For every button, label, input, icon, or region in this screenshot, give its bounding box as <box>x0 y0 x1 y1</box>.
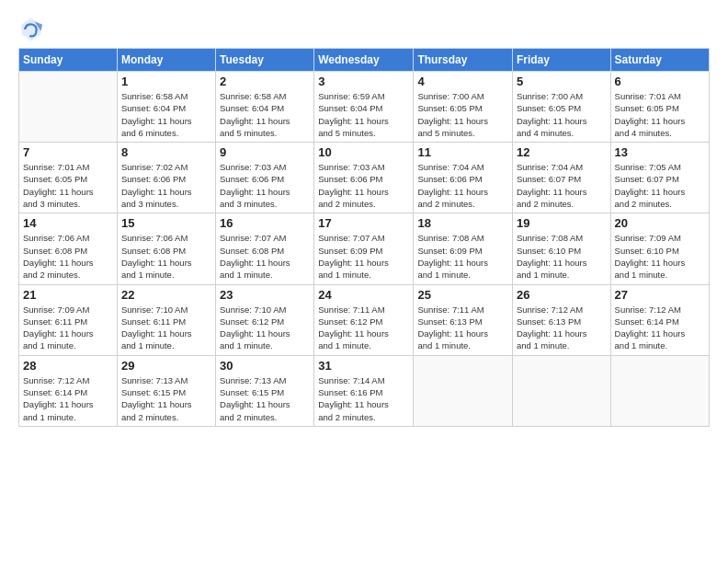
day-number: 18 <box>417 216 508 230</box>
calendar-table: SundayMondayTuesdayWednesdayThursdayFrid… <box>18 48 710 427</box>
calendar-body: 1Sunrise: 6:58 AM Sunset: 6:04 PM Daylig… <box>19 72 710 427</box>
day-info: Sunrise: 7:08 AM Sunset: 6:09 PM Dayligh… <box>417 232 508 281</box>
calendar-cell: 13Sunrise: 7:05 AM Sunset: 6:07 PM Dayli… <box>610 143 709 213</box>
day-info: Sunrise: 7:07 AM Sunset: 6:09 PM Dayligh… <box>318 232 409 281</box>
calendar-cell: 11Sunrise: 7:04 AM Sunset: 6:06 PM Dayli… <box>414 143 513 213</box>
calendar-cell: 24Sunrise: 7:11 AM Sunset: 6:12 PM Dayli… <box>314 284 414 355</box>
day-header-wednesday: Wednesday <box>314 49 414 72</box>
day-info: Sunrise: 7:07 AM Sunset: 6:08 PM Dayligh… <box>220 232 310 281</box>
calendar-cell: 19Sunrise: 7:08 AM Sunset: 6:10 PM Dayli… <box>512 213 610 284</box>
day-number: 1 <box>121 75 211 88</box>
day-info: Sunrise: 7:11 AM Sunset: 6:13 PM Dayligh… <box>417 304 508 352</box>
day-number: 19 <box>517 216 607 230</box>
calendar-cell: 27Sunrise: 7:12 AM Sunset: 6:14 PM Dayli… <box>610 284 709 355</box>
day-header-sunday: Sunday <box>19 49 118 72</box>
day-info: Sunrise: 6:58 AM Sunset: 6:04 PM Dayligh… <box>220 90 310 139</box>
day-header-monday: Monday <box>117 49 215 72</box>
calendar-cell: 1Sunrise: 6:58 AM Sunset: 6:04 PM Daylig… <box>117 72 215 143</box>
week-row-5: 28Sunrise: 7:12 AM Sunset: 6:14 PM Dayli… <box>19 355 710 426</box>
day-info: Sunrise: 6:59 AM Sunset: 6:04 PM Dayligh… <box>318 90 409 139</box>
day-info: Sunrise: 7:06 AM Sunset: 6:08 PM Dayligh… <box>121 232 211 281</box>
week-row-4: 21Sunrise: 7:09 AM Sunset: 6:11 PM Dayli… <box>19 284 710 355</box>
day-number: 2 <box>220 75 310 88</box>
calendar-cell: 14Sunrise: 7:06 AM Sunset: 6:08 PM Dayli… <box>19 213 118 284</box>
day-number: 5 <box>517 75 607 88</box>
day-number: 20 <box>615 216 705 230</box>
week-row-3: 14Sunrise: 7:06 AM Sunset: 6:08 PM Dayli… <box>19 213 710 284</box>
svg-marker-0 <box>22 18 41 41</box>
calendar-cell <box>610 355 709 426</box>
calendar-cell: 4Sunrise: 7:00 AM Sunset: 6:05 PM Daylig… <box>414 72 513 143</box>
day-info: Sunrise: 7:00 AM Sunset: 6:05 PM Dayligh… <box>417 90 508 139</box>
page: SundayMondayTuesdayWednesdayThursdayFrid… <box>0 0 728 563</box>
calendar-header: SundayMondayTuesdayWednesdayThursdayFrid… <box>19 49 710 72</box>
calendar-cell <box>512 355 610 426</box>
calendar-cell: 12Sunrise: 7:04 AM Sunset: 6:07 PM Dayli… <box>512 143 610 213</box>
calendar-cell <box>414 355 513 426</box>
calendar-cell: 29Sunrise: 7:13 AM Sunset: 6:15 PM Dayli… <box>117 355 215 426</box>
day-info: Sunrise: 6:58 AM Sunset: 6:04 PM Dayligh… <box>121 90 211 139</box>
calendar-cell: 18Sunrise: 7:08 AM Sunset: 6:09 PM Dayli… <box>414 213 513 284</box>
day-info: Sunrise: 7:06 AM Sunset: 6:08 PM Dayligh… <box>23 232 113 281</box>
day-number: 10 <box>318 145 409 159</box>
day-info: Sunrise: 7:12 AM Sunset: 6:14 PM Dayligh… <box>23 374 113 423</box>
day-number: 7 <box>23 145 113 159</box>
day-info: Sunrise: 7:03 AM Sunset: 6:06 PM Dayligh… <box>220 161 310 210</box>
calendar-cell: 7Sunrise: 7:01 AM Sunset: 6:05 PM Daylig… <box>19 143 118 213</box>
day-number: 16 <box>220 216 310 230</box>
days-of-week-row: SundayMondayTuesdayWednesdayThursdayFrid… <box>19 49 710 72</box>
logo <box>18 17 48 42</box>
day-info: Sunrise: 7:04 AM Sunset: 6:06 PM Dayligh… <box>417 161 508 210</box>
day-number: 3 <box>318 75 409 88</box>
day-number: 6 <box>615 75 705 88</box>
calendar-cell: 2Sunrise: 6:58 AM Sunset: 6:04 PM Daylig… <box>216 72 314 143</box>
day-info: Sunrise: 7:12 AM Sunset: 6:14 PM Dayligh… <box>615 304 705 352</box>
day-number: 8 <box>121 145 211 159</box>
day-number: 30 <box>220 359 310 373</box>
day-header-saturday: Saturday <box>610 49 709 72</box>
day-number: 14 <box>23 216 113 230</box>
week-row-2: 7Sunrise: 7:01 AM Sunset: 6:05 PM Daylig… <box>19 143 710 213</box>
logo-icon <box>18 17 44 42</box>
day-info: Sunrise: 7:09 AM Sunset: 6:10 PM Dayligh… <box>615 232 705 281</box>
header <box>18 17 710 42</box>
day-info: Sunrise: 7:03 AM Sunset: 6:06 PM Dayligh… <box>318 161 409 210</box>
day-number: 22 <box>121 288 211 302</box>
day-info: Sunrise: 7:14 AM Sunset: 6:16 PM Dayligh… <box>318 374 409 423</box>
calendar-cell: 25Sunrise: 7:11 AM Sunset: 6:13 PM Dayli… <box>414 284 513 355</box>
day-info: Sunrise: 7:13 AM Sunset: 6:15 PM Dayligh… <box>121 374 211 423</box>
day-info: Sunrise: 7:04 AM Sunset: 6:07 PM Dayligh… <box>517 161 607 210</box>
day-number: 21 <box>23 288 113 302</box>
day-number: 15 <box>121 216 211 230</box>
day-header-thursday: Thursday <box>414 49 513 72</box>
day-number: 17 <box>318 216 409 230</box>
calendar-cell: 8Sunrise: 7:02 AM Sunset: 6:06 PM Daylig… <box>117 143 215 213</box>
day-info: Sunrise: 7:02 AM Sunset: 6:06 PM Dayligh… <box>121 161 211 210</box>
day-number: 31 <box>318 359 409 373</box>
calendar-cell <box>19 72 118 143</box>
calendar-cell: 6Sunrise: 7:01 AM Sunset: 6:05 PM Daylig… <box>610 72 709 143</box>
day-info: Sunrise: 7:10 AM Sunset: 6:12 PM Dayligh… <box>220 304 310 352</box>
day-info: Sunrise: 7:00 AM Sunset: 6:05 PM Dayligh… <box>517 90 607 139</box>
day-info: Sunrise: 7:13 AM Sunset: 6:15 PM Dayligh… <box>220 374 310 423</box>
calendar-cell: 26Sunrise: 7:12 AM Sunset: 6:13 PM Dayli… <box>512 284 610 355</box>
day-number: 25 <box>417 288 508 302</box>
calendar-cell: 3Sunrise: 6:59 AM Sunset: 6:04 PM Daylig… <box>314 72 414 143</box>
calendar-cell: 16Sunrise: 7:07 AM Sunset: 6:08 PM Dayli… <box>216 213 314 284</box>
day-info: Sunrise: 7:01 AM Sunset: 6:05 PM Dayligh… <box>615 90 705 139</box>
calendar-cell: 17Sunrise: 7:07 AM Sunset: 6:09 PM Dayli… <box>314 213 414 284</box>
calendar-cell: 23Sunrise: 7:10 AM Sunset: 6:12 PM Dayli… <box>216 284 314 355</box>
calendar-cell: 10Sunrise: 7:03 AM Sunset: 6:06 PM Dayli… <box>314 143 414 213</box>
day-info: Sunrise: 7:08 AM Sunset: 6:10 PM Dayligh… <box>517 232 607 281</box>
day-number: 26 <box>517 288 607 302</box>
calendar-cell: 15Sunrise: 7:06 AM Sunset: 6:08 PM Dayli… <box>117 213 215 284</box>
day-number: 24 <box>318 288 409 302</box>
day-info: Sunrise: 7:11 AM Sunset: 6:12 PM Dayligh… <box>318 304 409 352</box>
week-row-1: 1Sunrise: 6:58 AM Sunset: 6:04 PM Daylig… <box>19 72 710 143</box>
day-number: 29 <box>121 359 211 373</box>
day-number: 11 <box>417 145 508 159</box>
day-info: Sunrise: 7:01 AM Sunset: 6:05 PM Dayligh… <box>23 161 113 210</box>
day-number: 4 <box>417 75 508 88</box>
day-header-friday: Friday <box>512 49 610 72</box>
calendar-cell: 30Sunrise: 7:13 AM Sunset: 6:15 PM Dayli… <box>216 355 314 426</box>
